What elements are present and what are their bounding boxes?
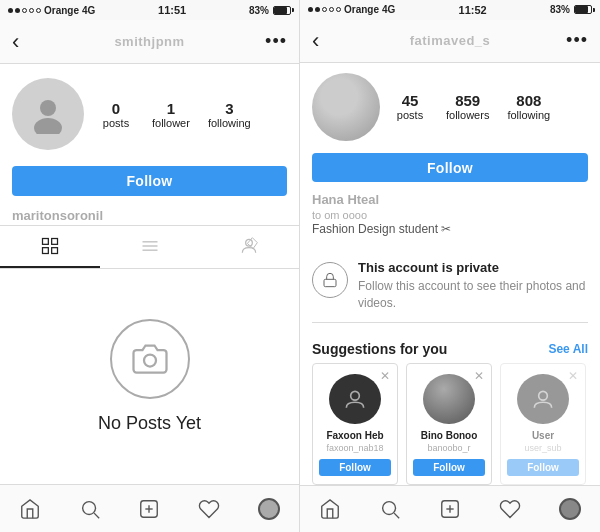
right-signal: Orange 4G (308, 4, 395, 15)
rdot5 (336, 7, 341, 12)
dot1 (8, 8, 13, 13)
left-tab-grid[interactable] (0, 226, 100, 268)
right-profile-section: 45 posts 859 followers 808 following (300, 63, 600, 147)
suggestion-follow-1[interactable]: Follow (413, 459, 485, 476)
left-posts-label: posts (103, 117, 129, 129)
left-battery-pct: 83% (249, 5, 269, 16)
lock-icon-wrap (312, 262, 348, 298)
suggestion-follow-2[interactable]: Follow (507, 459, 579, 476)
right-signal-dots (308, 7, 341, 12)
right-battery-pct: 83% (550, 4, 570, 15)
right-status-bar: Orange 4G 11:52 83% (300, 0, 600, 20)
svg-rect-5 (51, 248, 57, 254)
right-following-label: following (507, 109, 550, 121)
right-profile-nav-circle (559, 498, 581, 520)
suggestion-card-1: ✕ Bino Bonoo banoobo_r Follow (406, 363, 492, 485)
left-nav-username: smithjpnm (42, 34, 257, 49)
left-nav-add[interactable] (129, 489, 169, 529)
suggestion-card-0: ✕ Faxoon Heb faxoon_nab18 Follow (312, 363, 398, 485)
person-tag-icon (239, 236, 259, 256)
private-title: This account is private (358, 260, 588, 275)
heart-icon (198, 498, 220, 520)
suggestion-follow-0[interactable]: Follow (319, 459, 391, 476)
suggestion-sub-0: faxoon_nab18 (319, 443, 391, 453)
left-battery-fill (274, 7, 287, 14)
left-carrier: Orange (44, 5, 79, 16)
right-stat-posts: 45 posts (392, 92, 428, 121)
left-tab-tagged[interactable] (199, 226, 299, 268)
suggestion-close-1[interactable]: ✕ (474, 369, 484, 383)
private-notice: This account is private Follow this acco… (312, 250, 588, 323)
lock-icon (322, 272, 338, 288)
left-posts-count: 0 (112, 100, 120, 117)
right-stats-row: 45 posts 859 followers 808 following (392, 92, 550, 121)
right-nav-add[interactable] (430, 489, 470, 529)
suggestion-sub-2: user_sub (507, 443, 579, 453)
left-avatar (12, 78, 84, 150)
dot2 (15, 8, 20, 13)
suggestion-name-1: Bino Bonoo (413, 430, 485, 441)
grid-icon (40, 236, 60, 256)
right-bottom-nav (300, 485, 600, 532)
left-no-posts-area: No Posts Yet (0, 269, 299, 484)
svg-point-18 (539, 392, 548, 401)
left-followers-label: follower (152, 117, 190, 129)
suggestion-name-2: User (507, 430, 579, 441)
suggestions-title: Suggestions for you (312, 341, 447, 357)
right-add-icon (439, 498, 461, 520)
left-tab-list[interactable] (100, 226, 200, 268)
right-nav-search[interactable] (370, 489, 410, 529)
list-icon (140, 236, 160, 256)
right-bio-line2: Fashion Design student ✂ (300, 221, 600, 240)
right-nav-profile[interactable] (550, 489, 590, 529)
suggestions-header: Suggestions for you See All (300, 333, 600, 363)
left-signal: Orange 4G (8, 5, 95, 16)
suggestion-close-0[interactable]: ✕ (380, 369, 390, 383)
suggestion-avatar-2 (517, 374, 569, 424)
right-more-button[interactable]: ••• (558, 30, 588, 51)
svg-point-17 (351, 392, 360, 401)
right-follow-button[interactable]: Follow (312, 153, 588, 182)
right-avatar-image (312, 73, 380, 141)
suggestion-close-2[interactable]: ✕ (568, 369, 578, 383)
right-battery-icon (574, 5, 592, 14)
rdot2 (315, 7, 320, 12)
suggestion-sub-1: banoobo_r (413, 443, 485, 453)
svg-line-20 (394, 513, 399, 518)
right-posts-label: posts (397, 109, 423, 121)
left-nav-profile[interactable] (249, 489, 289, 529)
see-all-button[interactable]: See All (548, 342, 588, 356)
left-bottom-nav (0, 484, 299, 532)
left-nav-home[interactable] (10, 489, 50, 529)
left-tab-icons (0, 225, 299, 269)
right-time: 11:52 (459, 4, 487, 16)
right-followers-count: 859 (455, 92, 480, 109)
left-nav-search[interactable] (70, 489, 110, 529)
right-avatar (312, 73, 380, 141)
svg-rect-2 (42, 239, 48, 245)
svg-rect-4 (42, 248, 48, 254)
dot4 (29, 8, 34, 13)
right-nav-heart[interactable] (490, 489, 530, 529)
private-description: Follow this account to see their photos … (358, 278, 588, 312)
left-profile-section: 0 posts 1 follower 3 following (0, 64, 299, 160)
svg-rect-3 (51, 239, 57, 245)
right-panel: Orange 4G 11:52 83% ‹ fatimaved_s ••• 45… (300, 0, 600, 532)
right-nav-home[interactable] (310, 489, 350, 529)
left-stat-followers: 1 follower (152, 100, 190, 129)
left-nav-heart[interactable] (189, 489, 229, 529)
right-search-icon (379, 498, 401, 520)
right-following-count: 808 (516, 92, 541, 109)
right-followers-label: followers (446, 109, 489, 121)
left-more-button[interactable]: ••• (257, 31, 287, 52)
suggestion-avatar-0 (329, 374, 381, 424)
svg-point-11 (82, 501, 95, 514)
left-back-button[interactable]: ‹ (12, 29, 42, 55)
left-follow-button[interactable]: Follow (12, 166, 287, 196)
right-stat-following: 808 following (507, 92, 550, 121)
camera-circle (110, 319, 190, 399)
right-back-button[interactable]: ‹ (312, 28, 342, 54)
left-signal-dots (8, 8, 41, 13)
camera-icon (132, 341, 168, 377)
left-nav-bar: ‹ smithjpnm ••• (0, 20, 299, 64)
